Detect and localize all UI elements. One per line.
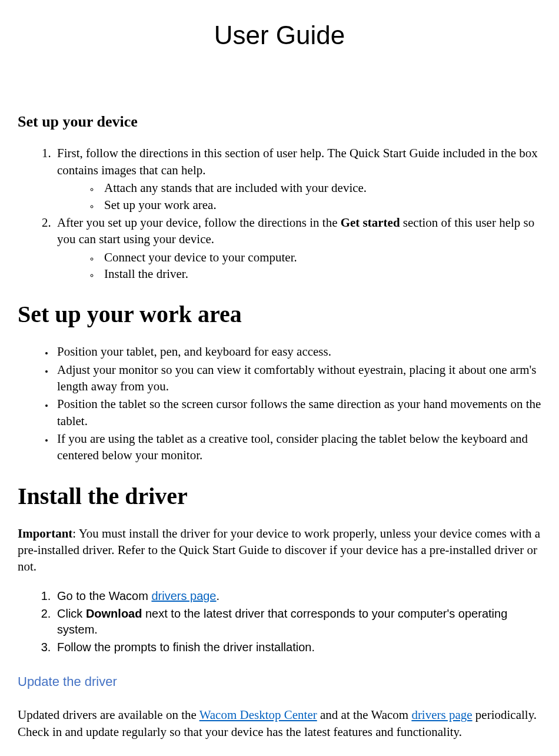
update-driver-list: From the Wacom Desktop Center, select Up… — [18, 753, 541, 756]
install-steps-list: Go to the Wacom drivers page. Click Down… — [18, 588, 541, 655]
setup-device-list: First, follow the directions in this sec… — [18, 145, 541, 282]
list-item: From the Wacom Desktop Center, select Up… — [54, 753, 541, 756]
list-item: Install the driver. — [99, 266, 541, 282]
list-item: Set up your work area. — [99, 197, 541, 213]
list-item: After you set up your device, follow the… — [54, 214, 541, 282]
drivers-page-link[interactable]: drivers page — [151, 589, 216, 602]
list-item: Adjust your monitor so you can view it c… — [54, 362, 541, 395]
work-area-list: Position your tablet, pen, and keyboard … — [18, 343, 541, 463]
text: : You must install the driver for your d… — [18, 526, 540, 574]
heading-work-area: Set up your work area — [18, 299, 541, 330]
bold-text: Download — [86, 607, 142, 620]
list-item: Click Download next to the latest driver… — [54, 606, 541, 638]
heading-install-driver: Install the driver — [18, 480, 541, 512]
sub-list: Connect your device to your computer. In… — [57, 249, 541, 283]
sub-list: Attach any stands that are included with… — [57, 180, 541, 213]
list-item: First, follow the directions in this sec… — [54, 145, 541, 213]
wacom-desktop-center-link[interactable]: Wacom Desktop Center — [199, 708, 317, 722]
list-item: Position the tablet so the screen cursor… — [54, 396, 541, 429]
page-title: User Guide — [18, 18, 541, 52]
list-item: Follow the prompts to finish the driver … — [54, 639, 541, 655]
list-item: If you are using the tablet as a creativ… — [54, 430, 541, 464]
drivers-page-link[interactable]: drivers page — [411, 708, 472, 722]
important-label: Important — [18, 526, 72, 541]
text: . — [217, 589, 220, 602]
text: Updated drivers are available on the — [18, 708, 199, 722]
text: After you set up your device, follow the… — [57, 215, 341, 230]
text: Click — [57, 607, 86, 620]
list-item: Go to the Wacom drivers page. — [54, 588, 541, 604]
text: and at the Wacom — [317, 708, 412, 722]
bold-text: Get started — [341, 215, 400, 230]
list-item: Position your tablet, pen, and keyboard … — [54, 343, 541, 360]
update-driver-paragraph: Updated drivers are available on the Wac… — [18, 707, 541, 740]
text: Go to the Wacom — [57, 589, 151, 602]
heading-setup-device: Set up your device — [18, 111, 541, 132]
list-item: Attach any stands that are included with… — [99, 180, 541, 196]
important-note: Important: You must install the driver f… — [18, 525, 541, 575]
heading-update-driver: Update the driver — [18, 673, 541, 691]
list-item: Connect your device to your computer. — [99, 249, 541, 266]
text: First, follow the directions in this sec… — [57, 146, 538, 177]
